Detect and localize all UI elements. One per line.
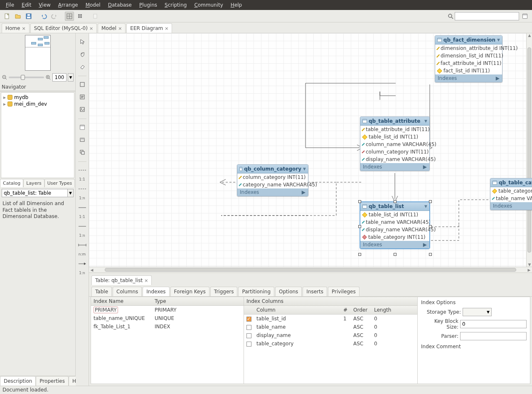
close-icon[interactable]: × [144,278,148,283]
entity-qb-table-list[interactable]: qb_table_list▼ table_list_id INT(11) tab… [360,202,430,249]
index-col-row[interactable]: table_list_id1ASC0 [244,315,417,323]
tab-foreign-keys[interactable]: Foreign Keys [170,287,209,296]
rel-1-n-id-icon[interactable] [77,221,87,231]
scrollbar-horizontal[interactable]: ◀▶ [89,267,532,273]
entity-qb-column-category[interactable]: qb_column_category▼ column_category INT(… [237,164,308,196]
grid-icon[interactable] [76,12,85,21]
checkbox-icon[interactable] [246,317,251,322]
indexes-label[interactable]: Indexes [493,203,512,209]
indexes-label[interactable]: Indexes [240,189,259,195]
cursor-icon[interactable] [77,37,87,47]
zoom-out-icon[interactable] [2,74,7,80]
checkbox-icon[interactable] [246,333,251,338]
index-row[interactable]: table_name_UNIQUEUNIQUE [91,314,244,322]
rel-1-n-nonid-icon[interactable] [77,184,87,194]
tab-home[interactable]: Home× [2,23,30,33]
scrollbar-vertical[interactable]: ▲▼ [526,33,532,267]
menu-view[interactable]: View [35,1,54,9]
tab-privileges[interactable]: Privileges [328,287,360,296]
db-item-mydb[interactable]: ▸mydb [2,94,73,101]
collapse-icon[interactable]: ▼ [424,204,427,208]
index-row[interactable]: fk_Table_List_1INDEX [91,322,244,331]
tab-catalog[interactable]: Catalog [0,179,23,187]
routine-group-icon[interactable] [77,147,87,157]
tab-options[interactable]: Options [275,287,302,296]
collapse-icon[interactable]: ▼ [497,38,500,42]
table-icon[interactable] [77,122,87,132]
indexes-label[interactable]: Indexes [363,164,382,170]
menu-scripting[interactable]: Scripting [161,1,190,9]
tab-inserts[interactable]: Inserts [303,287,327,296]
collapse-icon[interactable]: ▼ [424,119,427,123]
entity-qb-table-attribute[interactable]: qb_table_attribute▼ table_attribute_id I… [360,116,430,171]
entity-qb-fact-dimension[interactable]: qb_fact_dimension▼ dimension_attribute_i… [435,35,502,82]
parser-input[interactable] [460,332,527,340]
checkbox-icon[interactable] [246,342,251,347]
hand-icon[interactable] [77,49,87,59]
menu-plugins[interactable]: Plugins [136,1,160,9]
search-input[interactable] [455,12,519,20]
storage-type-select[interactable]: ▼ [463,308,492,316]
layer-icon[interactable] [77,79,87,89]
index-col-row[interactable]: table_categoryASC0 [244,339,417,348]
index-list[interactable]: Index NameType PRIMARYPRIMARY table_name… [91,297,244,384]
close-icon[interactable]: × [165,26,168,31]
close-icon[interactable]: × [89,26,93,31]
tab-table[interactable]: Table [91,287,112,296]
menu-model[interactable]: Model [82,1,104,9]
save-icon[interactable] [24,12,33,21]
zoom-value[interactable] [52,73,66,82]
index-col-row[interactable]: display_nameASC0 [244,331,417,339]
menu-arrange[interactable]: Arrange [55,1,81,9]
index-col-row[interactable]: table_nameASC0 [244,323,417,331]
close-icon[interactable]: × [118,26,122,31]
tab-usertypes[interactable]: User Types [44,179,75,187]
db-item-mei[interactable]: ▸mei_dim_dev [2,101,73,107]
object-selector[interactable]: qb_table_list: Table ▼ [2,189,74,197]
image-icon[interactable] [77,104,87,114]
search-icon[interactable] [448,13,453,19]
doc-icon[interactable] [91,12,100,21]
search-options-icon[interactable] [520,12,530,21]
expand-icon[interactable]: ▶ [423,242,427,248]
new-file-icon[interactable] [2,12,12,21]
checkbox-icon[interactable] [246,325,251,330]
index-row[interactable]: PRIMARYPRIMARY [91,306,244,315]
zoom-in-icon[interactable] [45,74,51,80]
catalog-tree[interactable]: ▸mydb ▸mei_dim_dev [1,92,74,178]
tab-properties[interactable]: Properties [36,376,69,386]
chevron-down-icon[interactable]: ▼ [68,189,74,197]
undo-icon[interactable] [39,12,48,21]
rel-existing-icon[interactable] [77,259,87,269]
expand-icon[interactable]: ▶ [302,189,305,195]
zoom-dropdown[interactable]: ▼ [68,73,74,82]
rel-n-m-icon[interactable] [77,240,87,250]
eer-canvas[interactable]: ▲▼ [89,33,532,267]
editor-doc-tab[interactable]: Table: qb_table_list× [91,275,152,285]
menu-database[interactable]: Database [105,1,135,9]
entity-qb-table-category[interactable]: qb_table_category▼ table_category INT(11… [490,178,532,210]
close-icon[interactable]: × [22,26,25,31]
note-icon[interactable] [77,92,87,102]
kbs-input[interactable] [460,320,527,328]
tab-model[interactable]: Model× [98,23,126,33]
rel-1-1-nonid-icon[interactable] [77,165,87,175]
tab-columns[interactable]: Columns [113,287,142,296]
eraser-icon[interactable] [77,62,87,72]
tab-sqleditor[interactable]: SQL Editor (MySQL-0)× [30,23,97,33]
tab-triggers[interactable]: Triggers [210,287,238,296]
menu-file[interactable]: File [2,1,17,9]
indexes-label[interactable]: Indexes [438,75,457,81]
zoom-slider[interactable] [9,77,44,78]
menu-help[interactable]: Help [227,1,245,9]
rel-1-1-id-icon[interactable] [77,203,87,213]
grid-align-icon[interactable] [65,12,74,21]
redo-icon[interactable] [50,12,59,21]
menu-edit[interactable]: Edit [18,1,34,9]
collapse-icon[interactable]: ▼ [303,167,306,171]
view-icon[interactable] [77,135,87,145]
expand-icon[interactable]: ▶ [423,164,427,170]
tab-description[interactable]: Description [0,376,36,386]
menu-community[interactable]: Community [191,1,226,9]
overview-minimap[interactable] [25,35,51,71]
